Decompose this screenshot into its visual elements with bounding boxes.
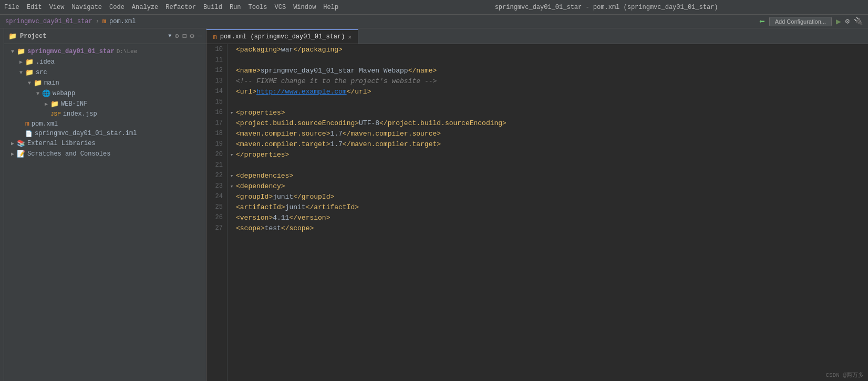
sidebar-item-scratches[interactable]: ▶ 📝 Scratches and Consoles: [4, 149, 206, 159]
menu-run[interactable]: Run: [230, 4, 241, 11]
sidebar-dropdown-icon[interactable]: ▼: [168, 33, 171, 39]
sidebar-collapse-icon[interactable]: ⊟: [182, 32, 187, 40]
plugin-icon[interactable]: 🔌: [854, 17, 863, 26]
webapp-icon: 🌐: [42, 89, 50, 98]
sidebar-item-webapp[interactable]: ▼ 🌐 webapp: [4, 88, 206, 99]
web-inf-folder-icon: 📁: [50, 100, 59, 108]
menu-tools[interactable]: Tools: [249, 4, 267, 11]
sidebar-item-main[interactable]: ▼ 📁 main: [4, 78, 206, 88]
line-num-23: 23: [211, 181, 223, 191]
left-strip: [0, 28, 4, 381]
line-10-row: <packaging>war</packaging>: [228, 44, 868, 55]
code-line-16: <properties>: [236, 109, 868, 117]
watermark: CSDN @两万多: [825, 371, 864, 379]
sidebar-settings-icon[interactable]: ⚙: [190, 32, 194, 40]
expand-arrow-webapp: ▼: [34, 91, 42, 97]
line-15-row: [228, 97, 868, 107]
line-26-row: <version>4.11</version>: [228, 212, 868, 223]
line-14-row: <url>http://www.example.com</url>: [228, 86, 868, 97]
code-line-23: <dependency>: [236, 182, 868, 190]
code-line-18: <maven.compiler.source>1.7</maven.compil…: [236, 130, 868, 138]
menu-vcs[interactable]: VCS: [275, 4, 286, 11]
editor-content[interactable]: 10 11 12 13 14 15 16 17 18 19 20 21 22 2…: [206, 44, 868, 381]
menu-refactor[interactable]: Refactor: [166, 4, 196, 11]
settings-icon[interactable]: ⚙: [845, 17, 850, 26]
sidebar: 📁 Project ▼ ⊕ ⊟ ⚙ — ▼ 📁 springmvc_day01_…: [4, 28, 206, 381]
code-line-27: <scope>test</scope>: [236, 224, 868, 232]
line-num-14: 14: [211, 86, 223, 97]
external-libraries-label: External Libraries: [27, 140, 96, 147]
tab-label: pom.xml (springmvc_day01_01_star): [220, 33, 345, 40]
code-with-gutter: <packaging>war</packaging> <name>springm…: [228, 44, 868, 381]
expand-arrow-ext-libs: ▶: [8, 140, 17, 147]
iml-label: springmvc_day01_01_star.iml: [35, 130, 137, 137]
sidebar-title: Project: [20, 33, 165, 40]
fold-gutter-20[interactable]: ▾: [228, 151, 236, 158]
breadcrumb-separator: ›: [96, 18, 99, 25]
line-16-row: ▾ <properties>: [228, 107, 868, 118]
menu-help[interactable]: Help: [323, 4, 338, 11]
sidebar-item-src[interactable]: ▼ 📁 src: [4, 67, 206, 78]
line-24-row: <groupId>junit</groupId>: [228, 191, 868, 202]
expand-arrow-src: ▼: [17, 70, 25, 76]
line-num-18: 18: [211, 128, 223, 139]
project-path-label: D:\Lee: [117, 48, 138, 55]
project-root-label: springmvc_day01_01_star: [27, 48, 115, 55]
main-layout: 📁 Project ▼ ⊕ ⊟ ⚙ — ▼ 📁 springmvc_day01_…: [0, 28, 868, 381]
line-numbers: 10 11 12 13 14 15 16 17 18 19 20 21 22 2…: [206, 44, 228, 381]
sidebar-item-idea[interactable]: ▶ 📁 .idea: [4, 57, 206, 67]
line-11-row: [228, 55, 868, 65]
menu-code[interactable]: Code: [109, 4, 125, 11]
maven-icon-breadcrumb: m: [102, 18, 106, 25]
fold-gutter-22[interactable]: ▾: [228, 172, 236, 179]
expand-arrow-web-inf: ▶: [42, 101, 50, 107]
run-button[interactable]: ▶: [836, 16, 841, 27]
menu-build[interactable]: Build: [203, 4, 222, 11]
code-line-10: <packaging>war</packaging>: [236, 46, 868, 54]
sidebar-item-iml[interactable]: ▶ 📄 springmvc_day01_01_star.iml: [4, 129, 206, 138]
sidebar-item-web-inf[interactable]: ▶ 📁 WEB-INF: [4, 99, 206, 109]
code-line-13: <!-- FIXME change it to the project's we…: [236, 77, 868, 85]
window-title: springmvc_day01_01_star - pom.xml (sprin…: [349, 4, 864, 11]
fold-gutter-16[interactable]: ▾: [228, 109, 236, 116]
sidebar-item-external-libraries[interactable]: ▶ 📚 External Libraries: [4, 138, 206, 149]
main-folder-icon: 📁: [34, 79, 42, 87]
menu-file[interactable]: File: [4, 4, 19, 11]
line-17-row: <project.build.sourceEncoding>UTF-8</pro…: [228, 118, 868, 128]
line-20-row: ▾ </properties>: [228, 149, 868, 160]
tab-pom-xml[interactable]: m pom.xml (springmvc_day01_01_star) ✕: [206, 29, 358, 44]
tab-close-button[interactable]: ✕: [348, 34, 352, 40]
line-num-12: 12: [211, 65, 223, 76]
sidebar-add-icon[interactable]: ⊕: [174, 32, 179, 40]
line-num-19: 19: [211, 139, 223, 149]
line-num-13: 13: [211, 76, 223, 86]
web-inf-label: WEB-INF: [61, 100, 87, 108]
expand-arrow-root: ▼: [8, 49, 17, 55]
breadcrumb-file[interactable]: pom.xml: [109, 18, 136, 25]
sidebar-item-project-root[interactable]: ▼ 📁 springmvc_day01_01_star D:\Lee: [4, 46, 206, 57]
idea-label: .idea: [36, 58, 55, 66]
sidebar-item-pom-xml[interactable]: ▶ m pom.xml: [4, 119, 206, 129]
menu-edit[interactable]: Edit: [27, 4, 42, 11]
breadcrumb-project[interactable]: springmvc_day01_01_star: [5, 18, 92, 25]
line-12-row: <name>springmvc_day01_01_star Maven Weba…: [228, 65, 868, 76]
navigate-icon: ⬅: [759, 16, 765, 27]
line-23-row: ▾ <dependency>: [228, 181, 868, 191]
menu-analyze[interactable]: Analyze: [132, 4, 158, 11]
fold-gutter-23[interactable]: ▾: [228, 183, 236, 190]
folder-icon: 📁: [8, 32, 17, 40]
menu-navigate[interactable]: Navigate: [71, 4, 102, 11]
expand-arrow-idea: ▶: [17, 59, 25, 65]
menu-view[interactable]: View: [49, 4, 65, 11]
project-folder-icon: 📁: [17, 47, 25, 56]
menu-bar[interactable]: File Edit View Navigate Code Analyze Ref…: [4, 4, 338, 11]
scratches-label: Scratches and Consoles: [27, 150, 110, 158]
menu-window[interactable]: Window: [293, 4, 316, 11]
line-27-row: <scope>test</scope>: [228, 223, 868, 233]
add-configuration-button[interactable]: Add Configuration...: [769, 17, 832, 26]
line-13-row: <!-- FIXME change it to the project's we…: [228, 76, 868, 86]
sidebar-item-index-jsp[interactable]: ▶ JSP index.jsp: [4, 109, 206, 119]
index-jsp-label: index.jsp: [63, 110, 97, 118]
sidebar-minimize-icon[interactable]: —: [198, 32, 202, 40]
title-bar: File Edit View Navigate Code Analyze Ref…: [0, 0, 868, 15]
